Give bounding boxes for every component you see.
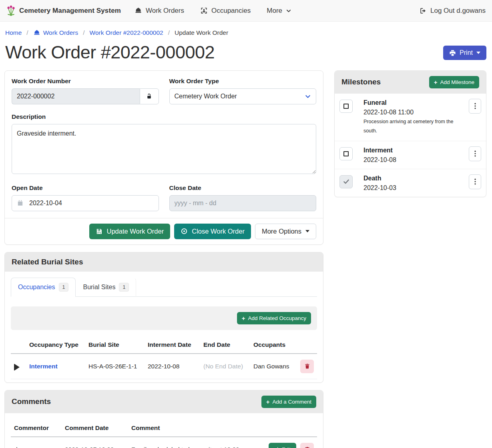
expand-row-button[interactable] — [14, 364, 20, 371]
nav-more-label: More — [267, 7, 282, 15]
work-order-number-label: Work Order Number — [12, 78, 159, 85]
col-burial-site: Burial Site — [85, 336, 145, 354]
edit-comment-button[interactable]: Edit — [269, 443, 296, 448]
milestone-date: 2022-10-03 — [363, 184, 458, 192]
comments-title: Comments — [12, 397, 51, 406]
occupants-cell: Dan Gowans — [250, 354, 297, 379]
col-occupancy-type: Occupancy Type — [26, 336, 85, 354]
milestones-list: Funeral 2022-10-08 11:00 Procession arri… — [335, 94, 486, 197]
trash-icon — [304, 363, 310, 369]
print-label: Print — [460, 49, 473, 56]
occupancies-toolbar: + Add Related Occupancy — [11, 306, 317, 330]
tab-occupancies[interactable]: Occupancies 1 — [11, 278, 76, 297]
milestone-item-interment: Interment 2022-10-08 — [335, 141, 486, 169]
open-date-label: Open Date — [12, 184, 159, 192]
logout-button[interactable]: Log Out d.gowans — [420, 7, 486, 15]
nav-occupancies[interactable]: Occupancies — [200, 7, 251, 15]
more-options-label: More Options — [262, 228, 301, 235]
tab-burial-sites-count: 1 — [119, 283, 129, 292]
checkbox-checked-icon — [343, 178, 350, 185]
nav-more[interactable]: More — [267, 7, 291, 15]
milestone-checkbox[interactable] — [339, 147, 353, 160]
unlocked-padlock-icon — [146, 93, 153, 100]
calendar-icon — [17, 200, 24, 206]
breadcrumb-separator: / — [168, 29, 170, 36]
nav-work-orders[interactable]: Work Orders — [135, 7, 184, 15]
tab-burial-sites[interactable]: Burial Sites 1 — [76, 278, 136, 297]
top-navbar: Cemetery Management System Work Orders O… — [0, 0, 492, 22]
printer-icon — [449, 50, 456, 56]
col-occupants: Occupants — [250, 336, 297, 354]
chevron-down-icon — [305, 93, 311, 100]
milestone-checkbox[interactable] — [339, 175, 353, 188]
work-order-type-value: Cemetery Work Order — [175, 93, 237, 100]
caret-down-icon — [305, 230, 309, 232]
description-textarea[interactable]: Graveside interment. — [12, 124, 316, 174]
end-date-cell: (No End Date) — [200, 354, 250, 379]
breadcrumb-current: Update Work Order — [175, 29, 228, 36]
brand: Cemetery Management System — [6, 5, 121, 17]
caret-down-icon — [476, 52, 480, 54]
col-interment-date: Interment Date — [145, 336, 200, 354]
close-work-order-button[interactable]: Close Work Order — [174, 224, 251, 239]
milestone-menu-button[interactable] — [469, 174, 481, 189]
milestone-checkbox[interactable] — [339, 100, 353, 113]
hard-hat-icon — [33, 29, 40, 36]
breadcrumb-home[interactable]: Home — [5, 29, 22, 36]
more-options-button[interactable]: More Options — [255, 224, 316, 239]
update-work-order-button[interactable]: Update Work Order — [89, 224, 170, 239]
nav-occupancies-label: Occupancies — [211, 7, 251, 15]
comment-row: d.gowans 2022-10-07 10:08 Family schedul… — [11, 437, 317, 448]
print-button[interactable]: Print — [443, 46, 486, 60]
add-milestone-label: Add Milestone — [440, 79, 474, 85]
interment-date-cell: 2022-10-08 — [145, 354, 200, 379]
nav-work-orders-label: Work Orders — [146, 7, 184, 15]
trash-icon — [304, 446, 310, 448]
close-label: Close Work Order — [192, 228, 245, 235]
close-date-input[interactable] — [169, 195, 317, 211]
delete-comment-button[interactable] — [300, 443, 314, 448]
milestone-item-death: Death 2022-10-03 — [335, 169, 486, 197]
unlock-button[interactable] — [140, 88, 159, 104]
update-label: Update Work Order — [106, 228, 164, 235]
checkbox-unchecked-icon — [343, 151, 349, 156]
breadcrumb-separator: / — [83, 29, 84, 36]
work-order-form-card: Work Order Number — [4, 70, 323, 245]
delete-occupancy-button[interactable] — [300, 360, 314, 373]
milestone-description: Procession arriving at cemetery from the… — [363, 117, 456, 136]
col-commentor: Commentor — [11, 420, 62, 437]
save-icon — [96, 228, 102, 235]
milestone-title: Interment — [363, 146, 458, 154]
milestone-menu-button[interactable] — [469, 146, 481, 161]
milestone-title: Death — [363, 174, 458, 182]
breadcrumb-work-orders[interactable]: Work Orders — [33, 29, 78, 36]
open-date-input[interactable] — [12, 195, 159, 211]
breadcrumb-work-order[interactable]: Work Order #2022-000002 — [90, 29, 163, 36]
close-date-label: Close Date — [169, 184, 317, 192]
add-related-occupancy-button[interactable]: + Add Related Occupancy — [237, 312, 311, 324]
commentor-cell: d.gowans — [11, 437, 62, 448]
plus-icon: + — [242, 315, 245, 321]
occupancy-type-link[interactable]: Interment — [29, 363, 58, 370]
milestone-date: 2022-10-08 — [363, 156, 458, 164]
add-comment-button[interactable]: + Add a Comment — [261, 396, 316, 408]
breadcrumb-separator: / — [26, 29, 28, 36]
related-tabs: Occupancies 1 Burial Sites 1 — [11, 278, 317, 297]
plus-icon: + — [266, 399, 270, 405]
milestones-title: Milestones — [341, 78, 381, 86]
add-related-occupancy-label: Add Related Occupancy — [248, 315, 306, 321]
checkbox-unchecked-icon — [343, 104, 349, 109]
milestones-card: Milestones + Add Milestone Funeral 2022-… — [334, 70, 486, 197]
comment-cell: Family scheduled to be on site at 12:30. — [128, 437, 265, 448]
add-milestone-button[interactable]: + Add Milestone — [429, 76, 479, 88]
related-burial-sites-card: Related Burial Sites Occupancies 1 Buria… — [4, 252, 323, 383]
work-order-number-input[interactable] — [12, 88, 140, 104]
page-title: Work Order #2022-000002 — [5, 42, 215, 63]
hard-hat-icon — [135, 7, 142, 14]
description-label: Description — [12, 113, 316, 120]
milestone-date: 2022-10-08 11:00 — [363, 109, 458, 116]
tulips-icon — [6, 5, 16, 17]
milestone-menu-button[interactable] — [469, 99, 481, 114]
work-order-type-select[interactable]: Cemetery Work Order — [169, 88, 317, 104]
kebab-menu-icon — [472, 103, 478, 109]
